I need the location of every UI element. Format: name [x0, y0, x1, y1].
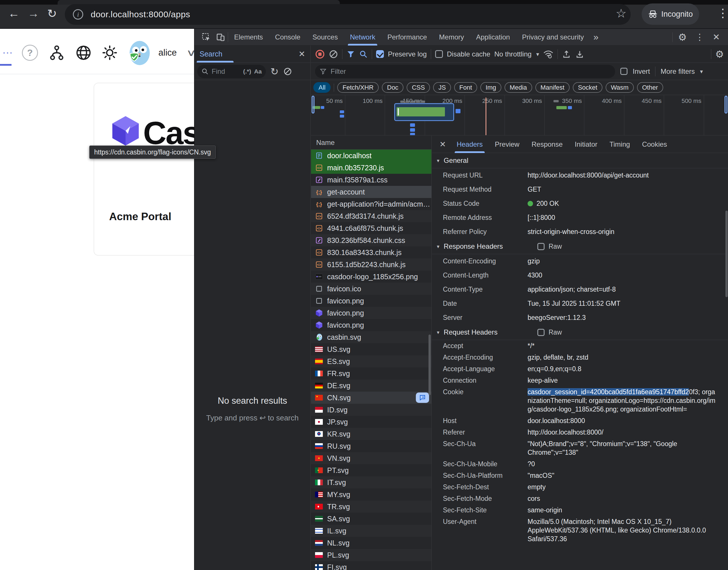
tab-performance[interactable]: Performance	[381, 29, 433, 45]
section-header[interactable]: ▼Request HeadersRaw	[432, 325, 728, 340]
search-refresh-icon[interactable]: ↻	[270, 66, 279, 77]
details-tab-timing[interactable]: Timing	[605, 136, 635, 153]
more-tabs-icon[interactable]: »	[593, 32, 598, 42]
request-row[interactable]: MY.svg	[311, 489, 432, 501]
inspect-element-icon[interactable]	[201, 32, 211, 42]
request-row[interactable]: door.localhost	[311, 150, 432, 162]
invert-checkbox[interactable]	[620, 68, 628, 75]
search-close-icon[interactable]: ✕	[298, 49, 305, 59]
chip-other[interactable]: Other	[637, 82, 663, 93]
request-row[interactable]: US.svg	[311, 343, 432, 355]
request-row[interactable]: PL.svg	[311, 549, 432, 561]
tab-elements[interactable]: Elements	[228, 29, 269, 45]
raw-checkbox[interactable]	[537, 329, 545, 336]
request-row[interactable]: IT.svg	[311, 476, 432, 489]
request-row[interactable]: favicon.png	[311, 319, 432, 331]
tab-console[interactable]: Console	[269, 29, 306, 45]
network-search-icon[interactable]	[359, 50, 368, 58]
chevron-down-icon[interactable]: ∨	[186, 47, 194, 58]
language-globe-icon[interactable]	[75, 44, 92, 61]
request-row[interactable]: casdoor-logo_1185x256.png	[311, 271, 432, 283]
details-close-icon[interactable]: ✕	[436, 140, 450, 149]
request-row[interactable]: RU.svg	[311, 440, 432, 452]
chip-doc[interactable]: Doc	[382, 82, 404, 93]
preserve-log-checkbox[interactable]	[376, 50, 384, 58]
regex-toggle[interactable]: (.*)	[243, 68, 251, 75]
find-input[interactable]: Find (.*) Aa	[197, 65, 266, 78]
details-tab-cookies[interactable]: Cookies	[637, 136, 672, 153]
request-list-header[interactable]: Name	[311, 136, 432, 150]
export-har-icon[interactable]	[575, 50, 584, 59]
devtools-close-icon[interactable]: ✕	[713, 32, 720, 42]
request-row[interactable]: FR.svg	[311, 367, 432, 379]
chip-font[interactable]: Font	[454, 82, 477, 93]
overview-window-handle[interactable]	[311, 96, 314, 113]
request-row[interactable]: PT.svg	[311, 464, 432, 476]
org-chart-icon[interactable]	[48, 44, 65, 61]
chip-wasm[interactable]: Wasm	[606, 82, 634, 93]
chip-fetchxhr[interactable]: Fetch/XHR	[337, 82, 379, 93]
raw-toggle[interactable]: Raw	[537, 328, 562, 336]
request-row[interactable]: <>6524.df3d3174.chunk.js	[311, 210, 432, 222]
tab-memory[interactable]: Memory	[433, 29, 470, 45]
request-row[interactable]: favicon.ico	[311, 283, 432, 295]
chip-socket[interactable]: Socket	[573, 82, 603, 93]
request-row[interactable]: NL.svg	[311, 537, 432, 549]
request-list-scrollbar[interactable]	[429, 335, 431, 395]
raw-checkbox[interactable]	[537, 243, 545, 250]
request-row[interactable]: {;}get-account	[311, 186, 432, 198]
request-row[interactable]: ES.svg	[311, 355, 432, 367]
search-clear-icon[interactable]	[283, 67, 292, 76]
chip-manifest[interactable]: Manifest	[535, 82, 570, 93]
help-icon[interactable]: ?	[22, 45, 38, 61]
request-row[interactable]: <>830.16a83433.chunk.js	[311, 246, 432, 259]
section-header[interactable]: ▼Response HeadersRaw	[432, 239, 728, 254]
request-row[interactable]: casbin.svg	[311, 331, 432, 343]
back-icon[interactable]: ←	[8, 7, 20, 20]
details-tab-headers[interactable]: Headers	[452, 136, 488, 153]
ai-assistant-badge[interactable]	[416, 392, 429, 403]
request-row[interactable]: favicon.png	[311, 307, 432, 319]
clear-icon[interactable]	[329, 50, 338, 59]
disable-cache-label[interactable]: Disable cache	[447, 50, 491, 58]
request-row[interactable]: KR.svg	[311, 428, 432, 440]
request-row[interactable]: {;}get-application?id=admin/acm…	[311, 198, 432, 210]
devtools-settings-icon[interactable]: ⚙	[678, 31, 687, 43]
chip-css[interactable]: CSS	[407, 82, 430, 93]
device-toolbar-icon[interactable]	[216, 32, 225, 42]
tab-network[interactable]: Network	[344, 29, 381, 45]
details-tab-initiator[interactable]: Initiator	[570, 136, 603, 153]
request-row[interactable]: IL.svg	[311, 525, 432, 537]
browser-menu-icon[interactable]: ⋮	[717, 6, 728, 20]
throttling-select[interactable]: No throttling ▾	[494, 50, 539, 58]
section-header[interactable]: ▼General	[432, 153, 728, 168]
filter-input[interactable]: Filter	[315, 65, 615, 78]
chip-all[interactable]: All	[313, 82, 330, 93]
search-tab[interactable]: Search	[199, 50, 222, 58]
request-row[interactable]: 830.236bf584.chunk.css	[311, 234, 432, 246]
request-row[interactable]: <>main.0b357230.js	[311, 162, 432, 174]
request-row[interactable]: DE.svg	[311, 379, 432, 391]
disable-cache-checkbox[interactable]	[435, 50, 443, 58]
request-row[interactable]: <>4941.c6a6f875.chunk.js	[311, 222, 432, 234]
details-tab-preview[interactable]: Preview	[490, 136, 524, 153]
devtools-menu-icon[interactable]: ⋮	[695, 32, 704, 42]
request-row[interactable]: CN.svg	[311, 391, 432, 404]
network-overview-timeline[interactable]: 50 ms100 ms150 ms200 ms250 ms300 ms350 m…	[311, 95, 728, 135]
chip-js[interactable]: JS	[433, 82, 451, 93]
import-har-icon[interactable]	[562, 50, 571, 59]
application-card[interactable]: Cas Acme Portal	[94, 83, 194, 256]
request-row[interactable]: VN.svg	[311, 452, 432, 464]
invert-label[interactable]: Invert	[633, 67, 650, 75]
address-bar[interactable]: i door.localhost:8000/apps	[65, 4, 631, 25]
url-text[interactable]: door.localhost:8000/apps	[91, 9, 190, 19]
request-row[interactable]: SA.svg	[311, 513, 432, 525]
tab-privacy-and-security[interactable]: Privacy and security	[516, 29, 590, 45]
avatar[interactable]	[127, 40, 151, 66]
username[interactable]: alice	[158, 47, 177, 58]
request-row[interactable]: <>6155.1d5b2243.chunk.js	[311, 259, 432, 271]
site-info-icon[interactable]: i	[73, 9, 83, 20]
overflow-icon[interactable]: ⋯	[1, 47, 14, 59]
network-settings-icon[interactable]: ⚙	[715, 48, 724, 60]
match-case-toggle[interactable]: Aa	[254, 68, 262, 75]
